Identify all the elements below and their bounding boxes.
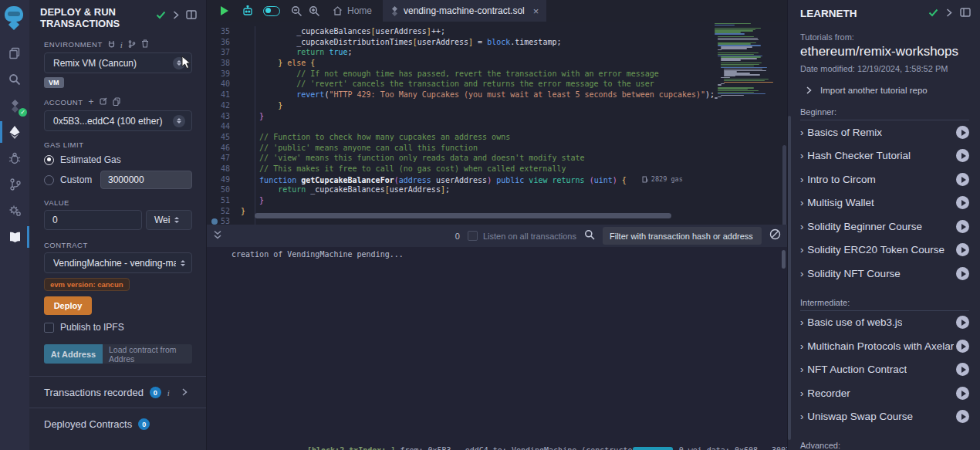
code-text[interactable]: } xyxy=(241,111,264,122)
value-input[interactable]: 0 xyxy=(44,210,142,230)
minimap[interactable] xyxy=(715,23,781,100)
code-editor[interactable]: 35 _cupcakeBalances[userAddress]++;36 _c… xyxy=(207,22,787,225)
code-line[interactable]: 46 // 'public' means anyone can call thi… xyxy=(207,143,787,154)
code-line[interactable]: 43 } xyxy=(207,111,787,122)
remix-logo-icon[interactable] xyxy=(5,6,25,29)
learneth-expand-icon[interactable] xyxy=(946,6,952,20)
code-line[interactable]: 49 function getCupcakeBalanceFor(address… xyxy=(207,174,787,185)
line-number[interactable]: 42 xyxy=(207,100,241,111)
learneth-book-icon[interactable] xyxy=(0,224,29,250)
terminal-search-icon[interactable] xyxy=(584,229,595,243)
account-stepper-icon[interactable] xyxy=(173,115,185,127)
code-text[interactable]: } xyxy=(241,206,245,217)
tutorial-item[interactable]: ›Solidity Beginner Course xyxy=(800,215,969,239)
at-address-input[interactable]: Load contract from Addres xyxy=(103,344,192,364)
tab-home[interactable]: Home xyxy=(333,5,372,16)
contract-select[interactable]: VendingMachine - vending-machin xyxy=(44,252,192,273)
code-line[interactable]: 39 // If not enough time has passed, rev… xyxy=(207,69,787,80)
value-unit-select[interactable]: Wei xyxy=(146,210,192,230)
tutorial-item[interactable]: ›Multichain Protocols with Axelar xyxy=(800,334,969,358)
debugger-icon[interactable] xyxy=(0,145,29,171)
line-number[interactable]: 43 xyxy=(207,111,241,122)
environment-select[interactable]: Remix VM (Cancun) xyxy=(44,52,192,73)
panel-layout-icon[interactable] xyxy=(186,8,197,22)
tutorial-play-button[interactable] xyxy=(956,363,969,376)
learneth-layout-icon[interactable] xyxy=(960,6,971,20)
code-line[interactable]: 36 _cupcakeDistributionTimes[userAddress… xyxy=(207,37,787,48)
tutorial-item[interactable]: ›Uniswap Swap Course xyxy=(800,405,969,429)
line-number[interactable]: 47 xyxy=(207,153,241,164)
tutorial-play-button[interactable] xyxy=(956,267,969,280)
terminal-filter-input[interactable]: Filter with transaction hash or address xyxy=(603,227,762,245)
tutorial-play-button[interactable] xyxy=(956,126,969,139)
terminal-scrollbar[interactable] xyxy=(782,250,786,269)
import-tutorial-repo[interactable]: Import another tutorial repo xyxy=(800,86,969,95)
settings-gear-icon[interactable] xyxy=(0,198,29,224)
account-select[interactable]: 0x5B3...eddC4 (100 ether) xyxy=(44,110,192,131)
tutorial-item[interactable]: ›Multisig Wallet xyxy=(800,191,969,215)
code-text[interactable]: return true; xyxy=(241,47,353,58)
listen-all-checkbox[interactable] xyxy=(468,231,478,241)
tutorial-item[interactable]: ›Basic use of web3.js xyxy=(800,311,969,335)
terminal-clear-icon[interactable] xyxy=(769,228,781,243)
code-line[interactable]: 48 // This makes it free to call (no gas… xyxy=(207,164,787,174)
code-text[interactable]: } xyxy=(241,195,264,206)
tutorial-item[interactable]: ›NFT Auction Contract xyxy=(800,358,969,382)
line-number[interactable]: 52 xyxy=(207,206,241,217)
line-number[interactable]: 35 xyxy=(207,26,241,37)
tutorial-play-button[interactable] xyxy=(956,220,969,233)
tutorial-item[interactable]: ›Basics of Remix xyxy=(800,120,969,144)
copy-icon[interactable] xyxy=(113,97,120,107)
tutorial-item[interactable]: ›Recorder xyxy=(800,381,969,405)
transactions-info-icon[interactable]: i xyxy=(167,388,170,398)
tutorial-play-button[interactable] xyxy=(956,243,969,256)
unit-stepper-icon[interactable] xyxy=(174,217,179,223)
trash-icon[interactable] xyxy=(141,39,149,49)
tutorial-item[interactable]: ›Solidity ERC20 Token Course xyxy=(800,239,969,262)
line-number[interactable]: 50 xyxy=(207,184,241,195)
code-text[interactable]: // If not enough time has passed, revert… xyxy=(241,69,659,80)
tab-close-icon[interactable]: × xyxy=(533,5,539,17)
code-text[interactable]: _cupcakeDistributionTimes[userAddress] =… xyxy=(241,37,561,48)
code-line[interactable]: 41 revert("HTTP 429: Too Many Cupcakes (… xyxy=(207,90,787,100)
tutorial-play-button[interactable] xyxy=(956,387,969,400)
code-line[interactable]: 45 // Function to check how many cupcake… xyxy=(207,132,787,143)
line-number[interactable]: 37 xyxy=(207,47,241,58)
line-number[interactable]: 38 xyxy=(207,58,241,69)
code-line[interactable]: 40 // 'revert' cancels the transaction a… xyxy=(207,79,787,90)
custom-gas-input[interactable]: 3000000 xyxy=(100,171,192,189)
tutorial-play-button[interactable] xyxy=(956,340,969,353)
deployed-contracts-row[interactable]: Deployed Contracts 0 xyxy=(29,408,206,439)
code-text[interactable]: return _cupcakeBalances[userAddress]; xyxy=(241,184,450,195)
tutorial-play-button[interactable] xyxy=(956,196,969,209)
learneth-scrollbar[interactable] xyxy=(788,116,791,440)
fork-icon[interactable] xyxy=(128,40,136,49)
tutorial-item[interactable]: ›Intro to Circom xyxy=(800,167,969,191)
line-number[interactable]: 41 xyxy=(207,90,241,100)
vertical-scrollbar[interactable] xyxy=(782,145,786,225)
zoom-out-icon[interactable] xyxy=(291,5,302,17)
file-explorer-icon[interactable] xyxy=(0,40,29,66)
horizontal-scrollbar[interactable] xyxy=(255,213,671,218)
tab-vending-machine-contract[interactable]: vending-machine-contract.sol × xyxy=(383,0,546,22)
deploy-button[interactable]: Deploy xyxy=(44,296,92,315)
tutorial-item[interactable]: ›Hash Checker Tutorial xyxy=(800,144,969,168)
code-text[interactable]: } else { xyxy=(241,58,315,69)
panel-expand-icon[interactable] xyxy=(173,8,179,22)
zoom-in-icon[interactable] xyxy=(309,5,320,17)
edit-icon[interactable] xyxy=(100,97,107,107)
code-line[interactable]: 38 } else { xyxy=(207,58,787,69)
line-number[interactable]: 36 xyxy=(207,37,241,48)
at-address-button[interactable]: At Address xyxy=(44,344,103,364)
line-number[interactable]: 40 xyxy=(207,79,241,90)
terminal-output[interactable]: creation of VendingMachine pending... [b… xyxy=(207,247,787,450)
code-text[interactable]: // 'revert' cancels the transaction and … xyxy=(241,79,654,90)
code-line[interactable]: 47 // 'view' means this function only re… xyxy=(207,153,787,164)
copilot-toggle[interactable] xyxy=(263,6,280,16)
tutorial-play-button[interactable] xyxy=(956,173,969,186)
code-line[interactable]: 42 } xyxy=(207,100,787,111)
line-number[interactable]: 51 xyxy=(207,195,241,206)
line-number[interactable]: 44 xyxy=(207,121,241,132)
debug-button[interactable]: Debug xyxy=(633,447,673,450)
deploy-run-icon[interactable] xyxy=(0,119,29,145)
